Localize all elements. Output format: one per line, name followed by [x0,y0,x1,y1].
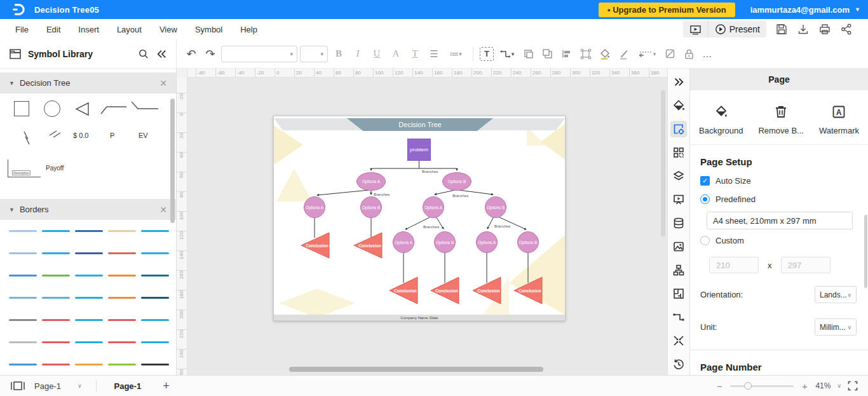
bring-forward-button[interactable] [520,46,537,62]
border-thumbnail[interactable] [75,271,103,280]
save-icon[interactable] [775,23,788,36]
border-thumbnail[interactable] [108,271,136,280]
paper-size-input[interactable]: A4 sheet, 210mm x 297 mm [707,212,853,229]
menu-insert[interactable]: Insert [69,22,108,38]
menu-view[interactable]: View [151,22,186,38]
border-thumbnail[interactable] [42,271,70,280]
custom-height-input[interactable]: 297 [781,257,831,273]
group-button[interactable] [578,46,594,62]
border-thumbnail[interactable] [108,315,136,324]
fullscreen-icon[interactable] [848,381,858,391]
border-thumbnail[interactable] [75,315,103,324]
border-thumbnail[interactable] [9,226,37,235]
menu-file[interactable]: File [6,22,37,38]
symbol-chance-circle[interactable] [44,100,60,117]
menu-help[interactable]: Help [231,22,266,38]
zoom-out-button[interactable]: − [715,381,724,392]
collapse-panel-icon[interactable] [156,49,167,59]
menu-layout[interactable]: Layout [108,22,151,38]
border-thumbnail[interactable] [75,249,103,257]
options-a-node[interactable]: Options A [423,196,444,218]
border-thumbnail[interactable] [141,271,169,280]
border-thumbnail[interactable] [108,226,136,235]
custom-width-input[interactable]: 210 [709,257,759,273]
border-thumbnail[interactable] [75,338,103,346]
fit-shrink-icon[interactable] [670,332,687,349]
options-a-node[interactable]: Options A [356,172,386,191]
zoom-in-button[interactable]: + [800,381,809,392]
border-thumbnail[interactable] [108,249,136,257]
account-menu[interactable]: iammurtaza4@gmail.com ▼ [750,5,860,15]
data-icon[interactable] [670,215,687,231]
bold-button[interactable]: B [330,46,347,62]
page-select-dropdown[interactable]: Page-1 ∨ [34,381,82,391]
border-thumbnail[interactable] [141,360,169,369]
align-objects-button[interactable] [559,46,575,62]
borders-section-header[interactable]: ▼ Borders ✕ [0,199,176,220]
org-chart-icon[interactable] [670,262,687,278]
options-b-node[interactable]: Options B [360,196,382,218]
options-b-node[interactable]: Options B [442,172,471,191]
symbol-rejected-branch-steep[interactable] [22,130,32,147]
page-tab[interactable]: Page-1 [111,381,146,391]
symbols-icon[interactable] [670,144,687,161]
format-eraser-button[interactable] [661,46,678,62]
zoom-slider[interactable] [730,385,794,387]
orientation-select[interactable]: Lands... ∨ [815,286,857,303]
border-thumbnail[interactable] [141,315,169,324]
zoom-level[interactable]: 41% [815,381,831,390]
watermark-button[interactable]: A Watermark [819,104,859,135]
symbol-payoff[interactable]: Payoff [46,165,64,172]
symbol-branch-up[interactable] [100,103,127,114]
floorplan-icon[interactable] [670,285,687,302]
page-settings-icon[interactable] [670,121,687,137]
border-thumbnail[interactable] [9,338,37,346]
border-thumbnail[interactable] [42,293,70,302]
underline-button[interactable]: U [369,46,385,62]
predefined-radio[interactable] [700,195,710,204]
upgrade-premium-button[interactable]: • Upgrade to Premium Version [599,3,735,17]
menu-symbol[interactable]: Symbol [186,22,231,38]
fill-style-icon[interactable] [670,97,687,114]
search-icon[interactable] [138,48,149,60]
symbol-rejected-branch[interactable] [48,129,62,139]
custom-radio[interactable] [700,236,710,245]
more-tools-button[interactable]: … [700,46,716,62]
border-thumbnail[interactable] [75,226,103,235]
history-icon[interactable] [670,356,687,372]
font-size-select[interactable]: ▾ [300,46,328,62]
symbol-end-triangle[interactable] [74,102,90,116]
border-thumbnail[interactable] [141,249,169,257]
panel-scrollbar[interactable] [170,99,175,223]
align-button[interactable]: ☰ [426,46,442,62]
chevron-down-icon[interactable]: ∨ [837,383,841,389]
options-a-node[interactable]: Options A [476,231,498,253]
options-a-node[interactable]: Options A [393,231,414,253]
border-thumbnail[interactable] [9,293,37,302]
close-icon[interactable]: ✕ [159,205,167,215]
fill-color-button[interactable] [597,46,613,62]
border-thumbnail[interactable] [9,315,37,324]
border-thumbnail[interactable] [9,249,37,257]
border-thumbnail[interactable] [9,271,37,280]
border-thumbnail[interactable] [141,293,169,302]
border-thumbnail[interactable] [42,360,70,369]
menu-edit[interactable]: Edit [37,22,69,38]
border-thumbnail[interactable] [42,226,70,235]
border-thumbnail[interactable] [42,338,70,346]
horizontal-scrollbar[interactable] [289,367,543,372]
presentation-icon[interactable] [670,191,687,208]
symbol-cost[interactable]: $ 0.0 [73,132,88,139]
text-box-tool[interactable]: T [480,47,494,61]
symbol-branch-down[interactable] [131,101,159,113]
symbol-decision-square[interactable] [14,101,29,116]
line-color-button[interactable] [616,46,632,62]
vertical-scrollbar[interactable] [661,90,665,236]
border-thumbnail[interactable] [9,360,37,369]
lock-button[interactable] [681,46,697,62]
auto-size-checkbox[interactable]: ✓ [700,176,710,186]
add-page-button[interactable]: + [163,379,170,393]
unit-select[interactable]: Millim... ∨ [815,318,857,336]
font-family-select[interactable]: ▾ [221,46,297,62]
options-b-node[interactable]: Options B [434,231,456,253]
